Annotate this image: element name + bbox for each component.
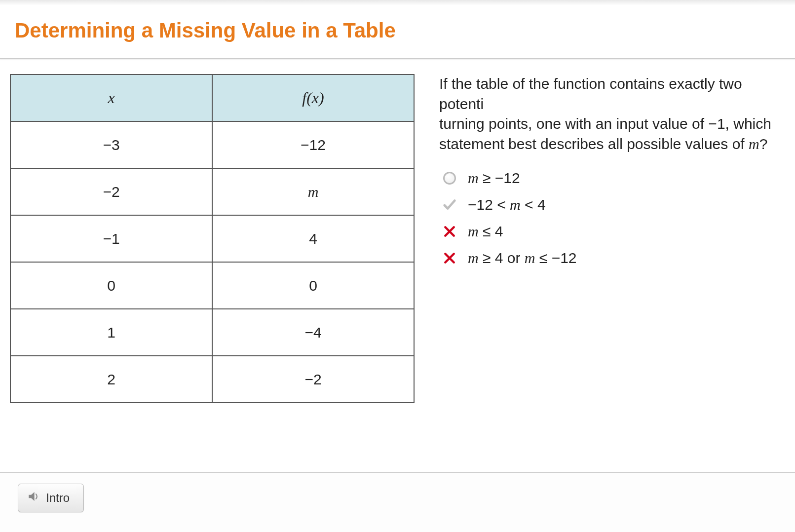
page-header: Determining a Missing Value in a Table <box>0 5 795 58</box>
table-header-x: x <box>10 75 212 121</box>
answer-option-4[interactable]: m ≥ 4 or m ≤ −12 <box>439 245 785 271</box>
question-text: If the table of the function contains ex… <box>439 74 785 154</box>
cell-x: 0 <box>10 262 212 309</box>
table-row: −1 4 <box>10 215 414 262</box>
option-text: m ≥ −12 <box>468 170 520 187</box>
table-row: −3 −12 <box>10 121 414 168</box>
option-text: m ≤ 4 <box>468 223 503 240</box>
cross-icon <box>441 223 458 240</box>
table-row: 0 0 <box>10 262 414 309</box>
cell-fx: −4 <box>212 309 414 356</box>
table-header-fx: f(x) <box>212 75 414 121</box>
answer-option-3[interactable]: m ≤ 4 <box>439 218 785 245</box>
cell-x: −2 <box>10 168 212 215</box>
cell-fx: 4 <box>212 215 414 262</box>
top-gradient <box>0 0 795 5</box>
cell-fx: m <box>212 168 414 215</box>
radio-unselected-icon <box>441 170 458 187</box>
question-area: If the table of the function contains ex… <box>439 74 785 403</box>
table-header-row: x f(x) <box>10 75 414 121</box>
content-area: x f(x) −3 −12 −2 m −1 4 <box>0 59 795 403</box>
page-title: Determining a Missing Value in a Table <box>15 19 780 42</box>
option-text: m ≥ 4 or m ≤ −12 <box>468 250 577 266</box>
answer-option-1[interactable]: m ≥ −12 <box>439 165 785 191</box>
option-text: −12 < m < 4 <box>468 196 546 213</box>
cell-x: 2 <box>10 356 212 403</box>
cross-icon <box>441 250 458 266</box>
cell-fx: 0 <box>212 262 414 309</box>
table-row: 1 −4 <box>10 309 414 356</box>
speaker-icon <box>27 490 40 506</box>
footer: Intro <box>0 473 795 532</box>
function-table: x f(x) −3 −12 −2 m −1 4 <box>10 74 415 403</box>
intro-button-label: Intro <box>46 491 70 505</box>
cell-fx: −12 <box>212 121 414 168</box>
table-row: 2 −2 <box>10 356 414 403</box>
cell-x: −3 <box>10 121 212 168</box>
answer-option-2[interactable]: −12 < m < 4 <box>439 191 785 218</box>
cell-fx: −2 <box>212 356 414 403</box>
function-table-wrap: x f(x) −3 −12 −2 m −1 4 <box>10 74 415 403</box>
cell-x: 1 <box>10 309 212 356</box>
table-row: −2 m <box>10 168 414 215</box>
intro-button[interactable]: Intro <box>18 484 84 512</box>
cell-x: −1 <box>10 215 212 262</box>
check-icon <box>441 196 458 213</box>
answer-options: m ≥ −12 −12 < m < 4 m ≤ 4 m ≥ 4 or m ≤ −… <box>439 165 785 271</box>
